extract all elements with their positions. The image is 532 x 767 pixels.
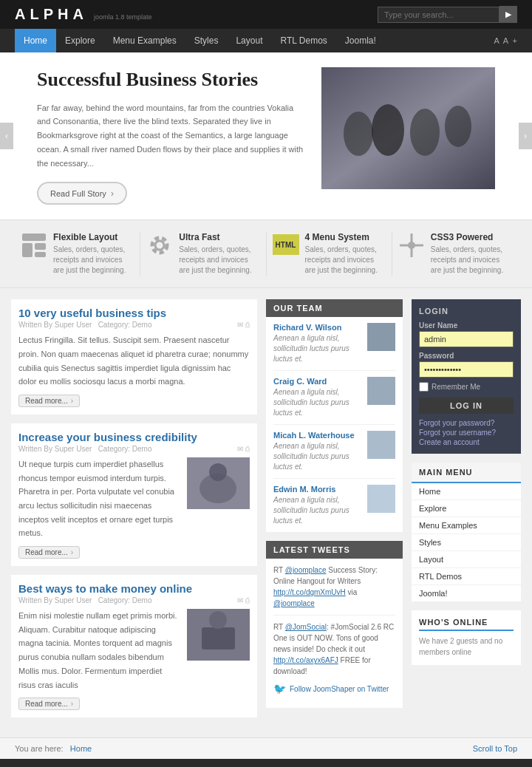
svg-rect-6 (22, 233, 46, 241)
search-button[interactable]: ▶ (499, 6, 517, 23)
feature-fast-desc: Sales, orders, quotes, receipts and invo… (179, 245, 259, 276)
feature-flexible-layout: Flexible Layout Sales, orders, quotes, r… (15, 232, 140, 276)
main-content: 10 very useful business tips Written By … (0, 288, 532, 737)
article-3-title[interactable]: Best ways to make money online (18, 582, 250, 595)
article-3-thumb (187, 609, 250, 661)
read-full-story-button[interactable]: Read Full Story › (37, 182, 127, 205)
feature-flexible-info: Flexible Layout Sales, orders, quotes, r… (53, 232, 134, 276)
login-links: Forgot your password? Forgot your userna… (419, 419, 514, 446)
tweet-1: RT @joomplace Success Story: Online Hang… (273, 565, 395, 616)
bird-icon: 🐦 (273, 683, 286, 695)
tweet-1-link2[interactable]: http://t.co/dgmXmUvH (273, 588, 346, 596)
feature-ultra-fast: Ultra Fast Sales, orders, quotes, receip… (140, 232, 266, 276)
team-avatar-2 (367, 377, 395, 405)
breadcrumb: You are here: Home Scroll to Top (0, 737, 532, 759)
tweet-1-link1[interactable]: @joomplace (285, 566, 327, 574)
article-2: Increase your business credibility Writt… (11, 423, 257, 566)
tweet-2-link1[interactable]: @JomSocial (285, 623, 327, 631)
menu-item-explore[interactable]: Explore (412, 500, 521, 517)
read-more-label-2: Read more... (25, 548, 68, 556)
svg-point-5 (445, 106, 471, 147)
tweet-2-text: RT @JomSocial: #JomSocial 2.6 RC One is … (273, 623, 394, 675)
tweet-2-link2[interactable]: http://t.co/axyx6AFJ (273, 656, 338, 664)
article-3-meta-text: Written By Super User Category: Demo (18, 596, 151, 604)
scroll-to-top-link[interactable]: Scroll to Top (473, 744, 517, 753)
password-input[interactable] (419, 361, 514, 378)
feature-fast-title: Ultra Fast (179, 232, 259, 242)
nav-item-rtl[interactable]: RTL Demos (271, 29, 335, 52)
team-avatar-1 (367, 323, 395, 351)
menu-item-joomla[interactable]: Joomla! (412, 585, 521, 601)
navbar: Home Explore Menu Examples Styles Layout… (0, 29, 532, 52)
nav-item-explore[interactable]: Explore (56, 29, 104, 52)
hero-body: Far far away, behind the word mountains,… (37, 101, 307, 170)
team-member-4: Edwin M. Morris Aenean a ligula nisl, so… (273, 485, 395, 526)
article-2-read-more[interactable]: Read more... › (18, 546, 80, 559)
article-1-title[interactable]: 10 very useful business tips (18, 307, 250, 319)
nav-item-layout[interactable]: Layout (227, 29, 271, 52)
svg-rect-7 (22, 243, 33, 257)
gear-icon (146, 232, 173, 261)
article-3-icons: ✉ ⎙ (237, 596, 250, 604)
article-1-text: Lectus Fringilla. Sit tellus. Suscipit s… (18, 333, 250, 389)
breadcrumb-home[interactable]: Home (70, 744, 92, 753)
article-2-title[interactable]: Increase your business credibility (18, 431, 250, 443)
username-input[interactable] (419, 331, 514, 347)
read-more-label-1: Read more... (25, 397, 68, 405)
feature-flexible-desc: Sales, orders, quotes, receipts and invo… (53, 245, 134, 276)
feature-flexible-title: Flexible Layout (53, 232, 134, 242)
login-menu-column: LOGIN User Name Password Remember Me LOG… (412, 299, 521, 726)
hero-content: Successful Business Stories Far far away… (37, 67, 307, 205)
article-2-meta: Written By Super User Category: Demo ✉ ⎙ (18, 445, 250, 453)
forgot-username-link[interactable]: Forgot your username? (419, 429, 514, 437)
slider-arrow-right[interactable]: › (519, 123, 532, 149)
nav-item-joomla[interactable]: Joomla! (336, 29, 385, 52)
remember-checkbox[interactable] (419, 382, 429, 392)
nav-item-menu-examples[interactable]: Menu Examples (104, 29, 185, 52)
article-3-body: Enim nisi molestie nullam eget primis mo… (18, 609, 250, 692)
btn-arrow: › (111, 188, 114, 199)
team-name-4: Edwin M. Morris (273, 485, 362, 494)
menu-item-styles[interactable]: Styles (412, 534, 521, 551)
menu-item-menu-examples[interactable]: Menu Examples (412, 517, 521, 534)
create-account-link[interactable]: Create an account (419, 438, 514, 446)
svg-point-10 (155, 241, 164, 250)
search-input[interactable] (378, 7, 499, 23)
menu-item-rtl[interactable]: RTL Demos (412, 568, 521, 585)
article-3-text: Enim nisi molestie nullam eget primis mo… (18, 609, 180, 692)
team-avatar-3 (367, 431, 395, 459)
menu-item-home[interactable]: Home (412, 483, 521, 500)
html-icon: HTML (273, 234, 299, 255)
team-avatar-4 (367, 485, 395, 513)
breadcrumb-path: You are here: Home (15, 744, 92, 753)
layout-icon (21, 232, 47, 261)
read-more-arrow-2: › (71, 548, 73, 556)
feature-css-desc: Sales, orders, quotes, receipts and invo… (431, 245, 511, 276)
article-3-read-more[interactable]: Read more... › (18, 698, 80, 710)
team-info-1: Richard V. Wilson Aenean a ligula nisl, … (273, 323, 362, 364)
hero-section: ‹ Successful Business Stories Far far aw… (0, 52, 532, 219)
svg-point-4 (410, 109, 440, 156)
login-button[interactable]: LOG IN (419, 398, 514, 414)
header: ALPHA joomla 1.8 template ▶ (0, 0, 532, 29)
menu-item-layout[interactable]: Layout (412, 551, 521, 568)
svg-rect-9 (35, 252, 46, 257)
team-desc-1: Aenean a ligula nisl, sollicitudin luctu… (273, 333, 362, 364)
nav-item-home[interactable]: Home (15, 29, 56, 52)
username-label: User Name (419, 321, 514, 330)
read-more-label-3: Read more... (25, 700, 68, 708)
hero-image-svg (321, 67, 495, 189)
article-1-read-more[interactable]: Read more... › (18, 395, 80, 407)
btn-label: Read Full Story (50, 189, 106, 198)
follow-twitter[interactable]: 🐦 Follow JoomShaper on Twitter (273, 683, 395, 695)
forgot-password-link[interactable]: Forgot your password? (419, 419, 514, 427)
slider-arrow-left[interactable]: ‹ (0, 123, 13, 149)
feature-menu-title: 4 Menu System (305, 232, 386, 242)
whos-online-section: WHO'S ONLINE We have 2 guests and no mem… (412, 610, 521, 665)
tweets-title: LATEST TWEETS (266, 541, 403, 559)
team-desc-4: Aenean a ligula nisl, sollicitudin luctu… (273, 495, 362, 526)
tweet-1-link3[interactable]: @joomplace (273, 599, 315, 607)
nav-item-styles[interactable]: Styles (185, 29, 228, 52)
articles-column: 10 very useful business tips Written By … (11, 299, 257, 726)
logo: ALPHA joomla 1.8 template (15, 6, 151, 23)
